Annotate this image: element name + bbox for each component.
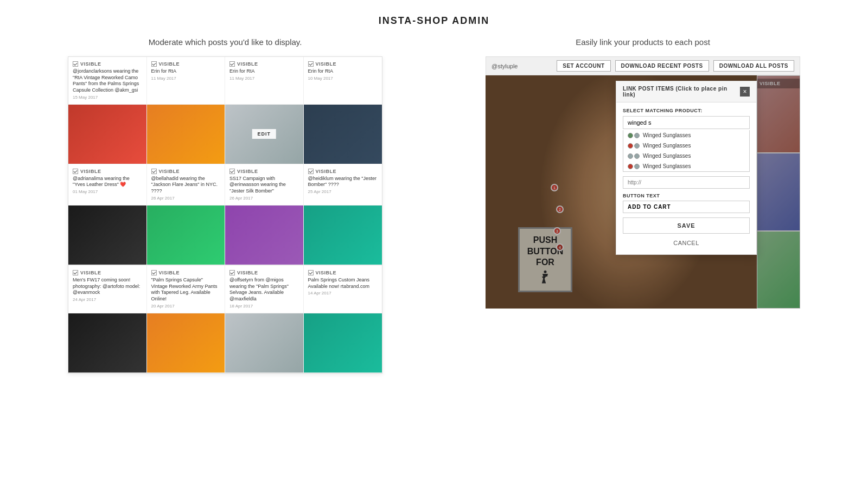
swatch-green-1 xyxy=(628,133,633,138)
date-2-1: 01 May 2017 xyxy=(73,189,142,194)
account-name: @styluple xyxy=(492,63,552,69)
image-1-3[interactable]: EDIT xyxy=(225,105,304,164)
date-1-3: 11 May 2017 xyxy=(229,76,299,81)
instagram-panel: VISIBLE @jordanclarksons wearing the "Rt… xyxy=(68,56,382,374)
caption-1-4: Erin for RtA xyxy=(308,68,378,75)
caption-2-4: @heidiklum wearing the "Jester Bomber" ?… xyxy=(308,176,378,188)
image-row-1: EDIT xyxy=(68,105,382,164)
dropdown-item-2[interactable]: Winged Sunglasses xyxy=(623,140,749,151)
dropdown-label-1: Winged Sunglasses xyxy=(643,132,691,138)
checkbox-3-2[interactable] xyxy=(151,270,157,275)
caption-2-1: @adrianalima wearing the "Yves Leather D… xyxy=(73,176,142,188)
visible-label-3-2: VISIBLE xyxy=(159,270,180,275)
checkbox-2-1[interactable] xyxy=(73,169,78,174)
caption-2-3: SS17 Campaign with @erinwasson wearing t… xyxy=(229,176,299,195)
dropdown-label-2: Winged Sunglasses xyxy=(643,143,691,149)
dropdown-item-4[interactable]: Winged Sunglasses xyxy=(623,161,749,171)
modal-body: SELECT MATCHING PRODUCT: Winged Sunglass… xyxy=(616,102,756,254)
visible-label-1-1: VISIBLE xyxy=(80,61,101,67)
cell-3-1: VISIBLE Men's FW17 coming soon! photogra… xyxy=(68,266,147,313)
image-2-2[interactable] xyxy=(147,206,226,265)
edit-button-1-3[interactable]: EDIT xyxy=(252,129,276,139)
set-account-button[interactable]: SET ACCOUNT xyxy=(557,60,610,72)
checkbox-3-4[interactable] xyxy=(308,270,314,275)
checkbox-1-1[interactable] xyxy=(73,61,78,67)
caption-2-2: @bellahadid wearing the "Jackson Flare J… xyxy=(151,176,221,195)
image-3-4[interactable] xyxy=(304,313,382,373)
left-subtitle: Moderate which posts you'd like to displ… xyxy=(149,37,302,47)
date-1-4: 10 May 2017 xyxy=(308,76,378,81)
image-3-3[interactable] xyxy=(225,313,304,373)
right-panel: @styluple SET ACCOUNT DOWNLOAD RECENT PO… xyxy=(486,56,800,309)
cell-3-4: VISIBLE Palm Springs Custom Jeans Availa… xyxy=(304,266,382,313)
cell-2-3: VISIBLE SS17 Campaign with @erinwasson w… xyxy=(225,164,304,205)
swatch-gray-2 xyxy=(634,143,640,149)
visible-label-2-1: VISIBLE xyxy=(80,169,101,174)
date-1-1: 15 May 2017 xyxy=(73,95,142,100)
product-search-input[interactable] xyxy=(623,116,750,129)
checkbox-2-3[interactable] xyxy=(229,169,235,174)
cell-2-4: VISIBLE @heidiklum wearing the "Jester B… xyxy=(304,164,382,205)
image-row-2 xyxy=(68,206,382,265)
modal-close-button[interactable]: × xyxy=(740,87,750,97)
checkbox-3-1[interactable] xyxy=(73,270,78,275)
download-recent-button[interactable]: DOWNLOAD RECENT POSTS xyxy=(615,60,709,72)
image-2-1[interactable] xyxy=(68,206,147,265)
cell-3-2: VISIBLE "Palm Springs Capsule" Vintage R… xyxy=(147,266,226,313)
admin-bar: @styluple SET ACCOUNT DOWNLOAD RECENT PO… xyxy=(486,56,800,75)
date-3-3: 18 Apr 2017 xyxy=(229,304,299,309)
cell-1-3: VISIBLE Erin for RtA 11 May 2017 xyxy=(225,57,304,104)
swatch-pair-4 xyxy=(628,164,640,169)
left-column: Moderate which posts you'd like to displ… xyxy=(33,37,418,374)
image-3-2[interactable] xyxy=(147,313,226,373)
modal-save-button[interactable]: SAVE xyxy=(623,217,750,234)
image-2-4[interactable] xyxy=(304,206,382,265)
caption-row-1: VISIBLE @jordanclarksons wearing the "Rt… xyxy=(68,57,382,105)
checkbox-3-3[interactable] xyxy=(229,270,235,275)
link-post-modal: LINK POST ITEMS (Click to place pin link… xyxy=(616,81,757,255)
image-1-1[interactable] xyxy=(68,105,147,164)
download-all-button[interactable]: DOWNLOAD ALL POSTS xyxy=(713,60,794,72)
right-column: Easily link your products to each post @… xyxy=(450,37,835,309)
date-3-4: 14 Apr 2017 xyxy=(308,291,378,296)
visible-label-2-4: VISIBLE xyxy=(316,169,337,174)
dropdown-item-3[interactable]: Winged Sunglasses xyxy=(623,151,749,161)
swatch-gray-1 xyxy=(634,133,640,138)
cell-1-2: VISIBLE Erin for RtA 11 May 2017 xyxy=(147,57,226,104)
swatch-pair-3 xyxy=(628,153,640,159)
caption-3-1: Men's FW17 coming soon! photography: @ar… xyxy=(73,277,142,296)
swatch-pair-1 xyxy=(628,133,640,138)
caption-3-2: "Palm Springs Capsule" Vintage Reworked … xyxy=(151,277,221,303)
checkbox-1-3[interactable] xyxy=(229,61,235,67)
date-3-1: 24 Apr 2017 xyxy=(73,297,142,302)
checkbox-1-2[interactable] xyxy=(151,61,157,67)
dropdown-item-1[interactable]: Winged Sunglasses xyxy=(623,130,749,140)
caption-row-2: VISIBLE @adrianalima wearing the "Yves L… xyxy=(68,164,382,206)
checkbox-2-2[interactable] xyxy=(151,169,157,174)
checkbox-2-4[interactable] xyxy=(308,169,314,174)
cell-1-1: VISIBLE @jordanclarksons wearing the "Rt… xyxy=(68,57,147,104)
dropdown-label-4: Winged Sunglasses xyxy=(643,163,691,169)
cell-2-1: VISIBLE @adrianalima wearing the "Yves L… xyxy=(68,164,147,205)
product-dropdown: Winged Sunglasses Winged Sunglasses xyxy=(623,130,750,172)
url-input[interactable] xyxy=(623,176,750,189)
visible-label-2-2: VISIBLE xyxy=(159,169,180,174)
modal-title: LINK POST ITEMS (Click to place pin link… xyxy=(623,86,740,98)
modal-overlay: LINK POST ITEMS (Click to place pin link… xyxy=(486,75,800,309)
image-3-1[interactable] xyxy=(68,313,147,373)
dropdown-label-3: Winged Sunglasses xyxy=(643,153,691,159)
swatch-pair-2 xyxy=(628,143,640,149)
main-layout: Moderate which posts you'd like to displ… xyxy=(0,37,868,374)
date-1-2: 11 May 2017 xyxy=(151,76,221,81)
right-content-area: PUSH BUTTON FOR 1 2 xyxy=(486,75,800,309)
button-text-input[interactable] xyxy=(623,201,750,213)
cell-3-3: VISIBLE @offsetyrn from @migos wearing t… xyxy=(225,266,304,313)
caption-3-4: Palm Springs Custom Jeans Available now!… xyxy=(308,277,378,290)
image-1-2[interactable] xyxy=(147,105,226,164)
image-2-3[interactable] xyxy=(225,206,304,265)
checkbox-1-4[interactable] xyxy=(308,61,314,67)
caption-1-3: Erin for RtA xyxy=(229,68,299,75)
modal-cancel-button[interactable]: CANCEL xyxy=(623,237,750,249)
image-1-4[interactable] xyxy=(304,105,382,164)
date-2-3: 26 Apr 2017 xyxy=(229,196,299,201)
